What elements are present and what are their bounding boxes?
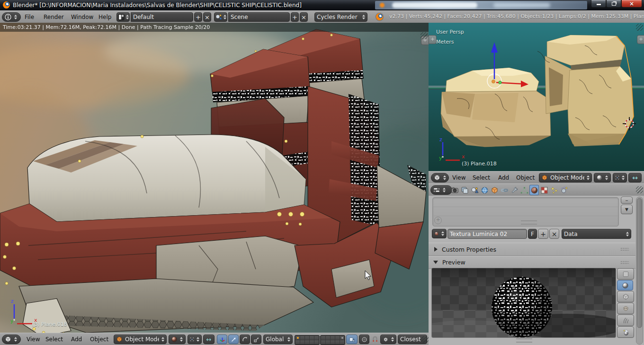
corner-resize-grip[interactable] (636, 186, 643, 193)
scale-manipulator-button[interactable] (251, 335, 261, 344)
viewport-shading-dropdown[interactable] (594, 173, 611, 182)
tab-physics[interactable] (559, 185, 569, 195)
editor-type-selector-info[interactable] (2, 12, 21, 22)
lock-to-scene-toggle[interactable] (346, 335, 358, 344)
editor-type-selector-3dview[interactable] (431, 173, 449, 182)
tab-constraints[interactable] (500, 185, 509, 195)
minimize-button[interactable] (591, 0, 606, 8)
tab-object[interactable] (490, 185, 499, 195)
tab-render[interactable] (450, 185, 459, 195)
object-cube-icon (491, 186, 499, 194)
menu-select[interactable]: Select (473, 173, 490, 182)
transform-orientation-dropdown[interactable]: Global (263, 335, 293, 344)
manipulator-axes-toggle[interactable] (217, 335, 227, 344)
preview-hair-button[interactable] (617, 315, 634, 326)
tab-modifiers[interactable] (510, 185, 519, 195)
viewport-solid[interactable]: User Persp Meters z y x (3) Plane.018 + … (429, 23, 644, 171)
list-add-icon[interactable]: + (434, 217, 442, 224)
scene-browse-button[interactable] (214, 12, 227, 22)
scrollbar-thumb[interactable] (637, 198, 642, 328)
corner-resize-grip[interactable] (421, 336, 429, 343)
manipulator-toggle[interactable]: ↔ (203, 335, 215, 344)
tab-render-layers[interactable] (460, 185, 469, 195)
manipulator-toggle[interactable]: ↔ (628, 173, 642, 182)
pivot-point-dropdown[interactable] (613, 173, 627, 182)
world-globe-icon (481, 186, 489, 194)
tab-texture[interactable] (539, 185, 549, 195)
rotate-manipulator-button[interactable] (240, 335, 250, 344)
snap-element-dropdown[interactable] (380, 335, 396, 344)
properties-scrollbar[interactable] (636, 197, 643, 345)
viewport-rendered[interactable]: Time:03:21.37 | Mem:72.16M, Peak:72.16M … (0, 23, 429, 333)
editor-type-selector-properties[interactable] (430, 185, 452, 195)
list-specials-menu-button[interactable]: ▼ (621, 205, 633, 214)
menu-add[interactable]: Add (71, 335, 82, 344)
menu-window[interactable]: Window (71, 12, 93, 22)
panel-preview[interactable]: Preview (429, 256, 635, 269)
viewport-shading-dropdown[interactable] (169, 335, 186, 344)
tab-world[interactable] (480, 185, 489, 195)
mode-dropdown[interactable]: Object Mode (539, 173, 592, 182)
panel-drag-grip[interactable] (620, 247, 629, 251)
close-button[interactable]: × (621, 0, 642, 8)
preview-flat-button[interactable] (617, 268, 634, 280)
delete-screen-layout-button[interactable]: × (203, 12, 211, 22)
panel-drag-grip[interactable] (620, 261, 629, 264)
fake-user-button[interactable]: F (528, 229, 537, 239)
region-expand-button[interactable]: + (429, 35, 437, 44)
region-expand-button[interactable]: + (637, 35, 644, 44)
window-titlebar[interactable]: Blender* [D:\INFORMACION\Maria Instalado… (0, 0, 644, 10)
blender-logo-icon (3, 1, 10, 9)
snap-toggle[interactable] (371, 335, 379, 344)
translate-manipulator-button[interactable] (228, 335, 239, 344)
menu-render[interactable]: Render (44, 12, 64, 22)
preview-sphere-button[interactable] (617, 280, 633, 291)
new-texture-button[interactable]: + (538, 229, 548, 239)
layers-widget-group1[interactable] (295, 335, 320, 345)
preview-cube-button[interactable] (617, 291, 634, 302)
screen-layout-browse-button[interactable] (116, 12, 130, 22)
add-screen-layout-button[interactable]: + (194, 12, 202, 22)
menu-object[interactable]: Object (516, 173, 535, 182)
menu-object[interactable]: Object (90, 335, 108, 344)
unlink-texture-button[interactable]: × (549, 229, 559, 239)
plus-icon: + (540, 230, 546, 238)
texture-browse-dropdown[interactable] (432, 229, 447, 238)
tab-material[interactable] (529, 185, 539, 195)
menu-select[interactable]: Select (45, 335, 63, 344)
menu-add[interactable]: Add (498, 173, 509, 182)
screen-layout-name-field[interactable]: Default (131, 12, 193, 22)
pivot-point-dropdown[interactable] (188, 335, 202, 344)
restore-button[interactable] (606, 0, 621, 8)
menu-view[interactable]: View (452, 173, 465, 182)
object-mode-icon (116, 336, 123, 343)
add-scene-button[interactable]: + (291, 12, 299, 22)
scene-name-field[interactable]: Scene (228, 12, 290, 22)
list-scroll-up-button[interactable]: – (621, 197, 633, 204)
corner-resize-grip[interactable] (636, 24, 643, 31)
hair-strands-icon (622, 317, 629, 324)
layers-widget-group2[interactable] (320, 335, 345, 345)
texture-name-field[interactable]: Textura Luminica 02 (447, 229, 527, 239)
menu-help[interactable]: Help (98, 12, 111, 22)
preview-resize-grip[interactable] (516, 338, 532, 343)
menu-view[interactable]: View (27, 335, 40, 344)
tab-particles[interactable] (549, 185, 559, 195)
circle-icon (361, 336, 367, 343)
texture-context-dropdown[interactable]: Data (562, 229, 631, 239)
preview-monkey-button[interactable] (617, 303, 634, 314)
list-resize-grip[interactable] (521, 220, 537, 225)
preview-world-sphere-button[interactable] (617, 327, 634, 338)
panel-custom-properties[interactable]: Custom Properties (429, 243, 635, 256)
tab-scene[interactable] (470, 185, 479, 195)
proportional-edit-toggle[interactable] (359, 335, 369, 344)
render-layers-icon (461, 186, 469, 194)
menu-file[interactable]: File (25, 12, 34, 22)
tab-object-data[interactable] (519, 185, 529, 195)
minimize-icon (597, 4, 601, 5)
corner-resize-grip[interactable] (420, 32, 428, 39)
editor-type-selector-3dview[interactable] (2, 335, 21, 344)
mode-dropdown[interactable]: Object Mode (114, 335, 167, 344)
delete-scene-button[interactable]: × (300, 12, 308, 22)
render-engine-dropdown[interactable]: Cycles Render (314, 12, 367, 22)
